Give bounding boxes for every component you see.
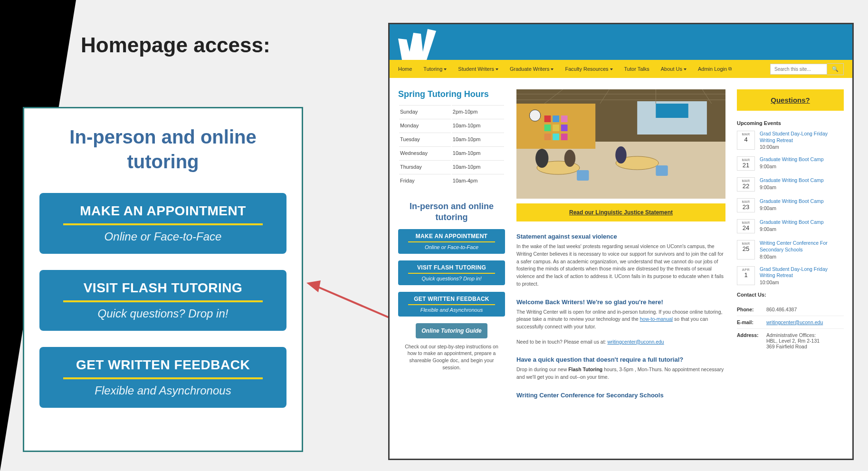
- guide-caption: Check out our step-by-step instructions …: [398, 343, 505, 371]
- slide-title: Homepage access:: [81, 33, 270, 57]
- svg-rect-21: [553, 134, 559, 140]
- zoom-btn-sub: Quick questions? Drop in!: [44, 307, 282, 320]
- svg-marker-1: [306, 280, 321, 292]
- btn-online-guide[interactable]: Online Tutoring Guide: [416, 323, 487, 338]
- nav-admin-login[interactable]: Admin Login⧉: [698, 66, 732, 72]
- nav-search: 🔍: [770, 63, 844, 75]
- event-item[interactable]: APR1 Grad Student Day-Long Friday Writin…: [737, 266, 844, 285]
- event-title: Graduate Writing Boot Camp: [760, 198, 824, 205]
- divider: [408, 241, 495, 242]
- search-icon: 🔍: [832, 66, 839, 72]
- hours-table: Sunday2pm-10pm Monday10am-10pm Tuesday10…: [398, 104, 505, 188]
- caret-icon: [610, 68, 613, 70]
- hours-heading: Spring Tutoring Hours: [398, 89, 505, 99]
- tutoring-heading: In-person and online tutoring: [398, 201, 505, 223]
- event-item[interactable]: MAR23 Graduate Writing Boot Camp9:00am: [737, 198, 844, 212]
- table-row: Friday10am-4pm: [399, 174, 504, 187]
- event-date: MAR22: [737, 177, 755, 192]
- btn-sub: Quick questions? Drop in!: [401, 276, 502, 281]
- nav-student-writers[interactable]: Student Writers: [458, 66, 498, 72]
- svg-rect-25: [577, 170, 589, 181]
- sidebar-left: Spring Tutoring Hours Sunday2pm-10pm Mon…: [398, 89, 505, 402]
- zoom-panel: In-person and online tutoring MAKE AN AP…: [23, 107, 303, 452]
- zoom-btn-label: GET WRITTEN FEEDBACK: [44, 357, 282, 373]
- events-heading: Upcoming Events: [737, 120, 844, 126]
- btn-appointment[interactable]: MAKE AN APPOINTMENT Online or Face-to-Fa…: [398, 229, 505, 254]
- callout-arrow-icon: [306, 280, 399, 323]
- questions-button[interactable]: Questions?: [737, 89, 844, 111]
- svg-rect-26: [656, 165, 668, 176]
- article-heading: Have a quick question that doesn't requi…: [516, 356, 725, 363]
- linguistic-banner[interactable]: Read our Linguistic Justice Statement: [516, 203, 725, 221]
- contact-block: Phone:860.486.4387 E-mail:writingcenter@…: [737, 303, 844, 353]
- event-time: 9:00am: [760, 205, 824, 211]
- article-heading: Statement against sexual violence: [516, 233, 725, 240]
- table-row: Monday10am-10pm: [399, 119, 504, 132]
- caret-icon: [496, 68, 498, 70]
- table-row: Tuesday10am-10pm: [399, 133, 504, 145]
- event-time: 8:00am: [760, 254, 844, 260]
- svg-line-0: [316, 286, 397, 321]
- nav-about-us[interactable]: About Us: [661, 66, 687, 72]
- event-title: Grad Student Day-Long Friday Writing Ret…: [760, 266, 844, 279]
- email-link[interactable]: writingcenter@uconn.edu: [766, 319, 823, 325]
- email-link[interactable]: writingcenter@uconn.edu: [607, 339, 664, 345]
- event-time: 9:00am: [760, 163, 824, 169]
- external-link-icon: ⧉: [728, 66, 732, 72]
- contact-email: E-mail:writingcenter@uconn.edu: [737, 316, 844, 328]
- nav-graduate-writers[interactable]: Graduate Writers: [510, 66, 554, 72]
- event-time: 9:00am: [760, 184, 824, 190]
- event-title: Writing Center Conference For Secondary …: [760, 240, 844, 253]
- event-date: APR1: [737, 266, 755, 285]
- nav-tutor-talks[interactable]: Tutor Talks: [624, 66, 649, 72]
- event-date: MAR23: [737, 198, 755, 212]
- zoom-btn-sub: Online or Face-to-Face: [44, 230, 282, 243]
- nav-tutoring[interactable]: Tutoring: [423, 66, 447, 72]
- nav-bar: Home Tutoring Student Writers Graduate W…: [390, 60, 852, 78]
- nav-home[interactable]: Home: [398, 66, 412, 72]
- svg-rect-16: [561, 115, 568, 122]
- table-row: Sunday2pm-10pm: [399, 105, 504, 118]
- event-title: Graduate Writing Boot Camp: [760, 156, 824, 163]
- event-time: 9:00am: [760, 226, 824, 232]
- caret-icon: [684, 68, 687, 70]
- search-input[interactable]: [770, 64, 827, 75]
- btn-sub: Online or Face-to-Face: [401, 244, 502, 250]
- zoom-btn-appointment[interactable]: MAKE AN APPOINTMENT Online or Face-to-Fa…: [39, 193, 286, 254]
- hero-image: [516, 89, 725, 199]
- event-title: Grad Student Day-Long Friday Writing Ret…: [760, 131, 844, 144]
- event-item[interactable]: MAR25 Writing Center Conference For Seco…: [737, 240, 844, 259]
- event-time: 10:00am: [760, 144, 844, 150]
- site-logo-icon: [398, 29, 443, 60]
- nav-faculty-resources[interactable]: Faculty Resources: [565, 66, 612, 72]
- event-item[interactable]: MAR4 Grad Student Day-Long Friday Writin…: [737, 131, 844, 150]
- svg-point-29: [615, 146, 626, 163]
- event-date: MAR21: [737, 156, 755, 171]
- btn-feedback[interactable]: GET WRITTEN FEEDBACK Flexible and Asynch…: [398, 292, 505, 317]
- event-item[interactable]: MAR22 Graduate Writing Boot Camp9:00am: [737, 177, 844, 192]
- event-item[interactable]: MAR21 Graduate Writing Boot Camp9:00am: [737, 156, 844, 171]
- btn-flash[interactable]: VISIT FLASH TUTORING Quick questions? Dr…: [398, 260, 505, 285]
- zoom-btn-sub: Flexible and Asynchronous: [44, 384, 282, 397]
- svg-point-28: [564, 150, 575, 167]
- how-to-link[interactable]: how-to-manual: [640, 316, 673, 322]
- event-item[interactable]: MAR24 Graduate Writing Boot Camp9:00am: [737, 219, 844, 233]
- sidebar-right: Questions? Upcoming Events MAR4 Grad Stu…: [737, 89, 844, 402]
- article-heading: Welcome Back Writers! We're so glad you'…: [516, 298, 725, 306]
- zoom-btn-label: VISIT FLASH TUTORING: [44, 280, 282, 296]
- zoom-btn-label: MAKE AN APPOINTMENT: [44, 203, 282, 219]
- event-time: 10:00am: [760, 279, 844, 285]
- search-button[interactable]: 🔍: [827, 63, 844, 75]
- divider: [63, 223, 263, 225]
- caret-icon: [551, 68, 553, 70]
- svg-rect-19: [561, 125, 568, 131]
- divider: [63, 377, 263, 379]
- event-date: MAR25: [737, 240, 755, 259]
- btn-label: GET WRITTEN FEEDBACK: [401, 296, 502, 302]
- divider: [63, 300, 263, 302]
- zoom-btn-flash[interactable]: VISIT FLASH TUTORING Quick questions? Dr…: [39, 270, 286, 331]
- zoom-btn-feedback[interactable]: GET WRITTEN FEEDBACK Flexible and Asynch…: [39, 347, 286, 408]
- svg-rect-15: [553, 115, 559, 122]
- main-content: Read our Linguistic Justice Statement St…: [516, 89, 725, 402]
- btn-label: VISIT FLASH TUTORING: [401, 264, 502, 271]
